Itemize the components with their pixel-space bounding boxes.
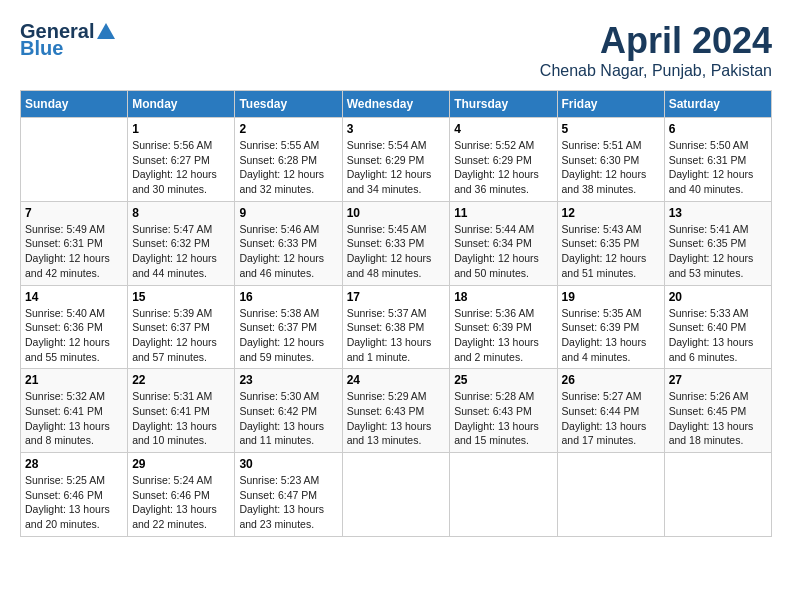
day-number: 23 xyxy=(239,373,337,387)
logo-blue: Blue xyxy=(20,37,63,60)
calendar-cell xyxy=(342,453,450,537)
calendar-cell: 14Sunrise: 5:40 AMSunset: 6:36 PMDayligh… xyxy=(21,285,128,369)
day-number: 10 xyxy=(347,206,446,220)
cell-info: Sunrise: 5:23 AMSunset: 6:47 PMDaylight:… xyxy=(239,473,337,532)
calendar: SundayMondayTuesdayWednesdayThursdayFrid… xyxy=(20,90,772,537)
day-number: 12 xyxy=(562,206,660,220)
calendar-cell: 4Sunrise: 5:52 AMSunset: 6:29 PMDaylight… xyxy=(450,118,557,202)
cell-info: Sunrise: 5:45 AMSunset: 6:33 PMDaylight:… xyxy=(347,222,446,281)
column-header-thursday: Thursday xyxy=(450,91,557,118)
cell-info: Sunrise: 5:56 AMSunset: 6:27 PMDaylight:… xyxy=(132,138,230,197)
calendar-cell: 26Sunrise: 5:27 AMSunset: 6:44 PMDayligh… xyxy=(557,369,664,453)
day-number: 1 xyxy=(132,122,230,136)
calendar-cell: 19Sunrise: 5:35 AMSunset: 6:39 PMDayligh… xyxy=(557,285,664,369)
cell-info: Sunrise: 5:29 AMSunset: 6:43 PMDaylight:… xyxy=(347,389,446,448)
calendar-cell: 25Sunrise: 5:28 AMSunset: 6:43 PMDayligh… xyxy=(450,369,557,453)
cell-info: Sunrise: 5:51 AMSunset: 6:30 PMDaylight:… xyxy=(562,138,660,197)
calendar-cell: 9Sunrise: 5:46 AMSunset: 6:33 PMDaylight… xyxy=(235,201,342,285)
header: General Blue April 2024 Chenab Nagar, Pu… xyxy=(20,20,772,80)
day-number: 7 xyxy=(25,206,123,220)
day-number: 2 xyxy=(239,122,337,136)
week-row-1: 1Sunrise: 5:56 AMSunset: 6:27 PMDaylight… xyxy=(21,118,772,202)
calendar-cell: 7Sunrise: 5:49 AMSunset: 6:31 PMDaylight… xyxy=(21,201,128,285)
column-header-tuesday: Tuesday xyxy=(235,91,342,118)
calendar-cell: 22Sunrise: 5:31 AMSunset: 6:41 PMDayligh… xyxy=(128,369,235,453)
week-row-4: 21Sunrise: 5:32 AMSunset: 6:41 PMDayligh… xyxy=(21,369,772,453)
cell-info: Sunrise: 5:26 AMSunset: 6:45 PMDaylight:… xyxy=(669,389,767,448)
cell-info: Sunrise: 5:44 AMSunset: 6:34 PMDaylight:… xyxy=(454,222,552,281)
day-number: 18 xyxy=(454,290,552,304)
column-header-friday: Friday xyxy=(557,91,664,118)
day-number: 29 xyxy=(132,457,230,471)
day-number: 6 xyxy=(669,122,767,136)
day-number: 4 xyxy=(454,122,552,136)
calendar-cell: 2Sunrise: 5:55 AMSunset: 6:28 PMDaylight… xyxy=(235,118,342,202)
calendar-cell: 21Sunrise: 5:32 AMSunset: 6:41 PMDayligh… xyxy=(21,369,128,453)
svg-marker-0 xyxy=(97,23,115,39)
logo-icon xyxy=(95,21,117,43)
cell-info: Sunrise: 5:32 AMSunset: 6:41 PMDaylight:… xyxy=(25,389,123,448)
cell-info: Sunrise: 5:41 AMSunset: 6:35 PMDaylight:… xyxy=(669,222,767,281)
day-number: 14 xyxy=(25,290,123,304)
title-area: April 2024 Chenab Nagar, Punjab, Pakista… xyxy=(540,20,772,80)
cell-info: Sunrise: 5:36 AMSunset: 6:39 PMDaylight:… xyxy=(454,306,552,365)
calendar-cell: 12Sunrise: 5:43 AMSunset: 6:35 PMDayligh… xyxy=(557,201,664,285)
column-header-monday: Monday xyxy=(128,91,235,118)
calendar-cell: 3Sunrise: 5:54 AMSunset: 6:29 PMDaylight… xyxy=(342,118,450,202)
day-number: 25 xyxy=(454,373,552,387)
day-number: 26 xyxy=(562,373,660,387)
day-number: 17 xyxy=(347,290,446,304)
subtitle: Chenab Nagar, Punjab, Pakistan xyxy=(540,62,772,80)
calendar-cell xyxy=(664,453,771,537)
calendar-cell: 18Sunrise: 5:36 AMSunset: 6:39 PMDayligh… xyxy=(450,285,557,369)
day-number: 21 xyxy=(25,373,123,387)
day-number: 22 xyxy=(132,373,230,387)
week-row-3: 14Sunrise: 5:40 AMSunset: 6:36 PMDayligh… xyxy=(21,285,772,369)
day-number: 20 xyxy=(669,290,767,304)
day-number: 13 xyxy=(669,206,767,220)
calendar-cell: 1Sunrise: 5:56 AMSunset: 6:27 PMDaylight… xyxy=(128,118,235,202)
calendar-cell: 8Sunrise: 5:47 AMSunset: 6:32 PMDaylight… xyxy=(128,201,235,285)
day-number: 28 xyxy=(25,457,123,471)
column-header-saturday: Saturday xyxy=(664,91,771,118)
calendar-cell: 24Sunrise: 5:29 AMSunset: 6:43 PMDayligh… xyxy=(342,369,450,453)
calendar-cell: 5Sunrise: 5:51 AMSunset: 6:30 PMDaylight… xyxy=(557,118,664,202)
cell-info: Sunrise: 5:39 AMSunset: 6:37 PMDaylight:… xyxy=(132,306,230,365)
column-header-wednesday: Wednesday xyxy=(342,91,450,118)
day-number: 9 xyxy=(239,206,337,220)
day-number: 8 xyxy=(132,206,230,220)
cell-info: Sunrise: 5:35 AMSunset: 6:39 PMDaylight:… xyxy=(562,306,660,365)
cell-info: Sunrise: 5:33 AMSunset: 6:40 PMDaylight:… xyxy=(669,306,767,365)
cell-info: Sunrise: 5:37 AMSunset: 6:38 PMDaylight:… xyxy=(347,306,446,365)
cell-info: Sunrise: 5:47 AMSunset: 6:32 PMDaylight:… xyxy=(132,222,230,281)
calendar-cell: 17Sunrise: 5:37 AMSunset: 6:38 PMDayligh… xyxy=(342,285,450,369)
day-number: 3 xyxy=(347,122,446,136)
cell-info: Sunrise: 5:28 AMSunset: 6:43 PMDaylight:… xyxy=(454,389,552,448)
cell-info: Sunrise: 5:49 AMSunset: 6:31 PMDaylight:… xyxy=(25,222,123,281)
cell-info: Sunrise: 5:30 AMSunset: 6:42 PMDaylight:… xyxy=(239,389,337,448)
logo: General Blue xyxy=(20,20,117,60)
calendar-cell: 20Sunrise: 5:33 AMSunset: 6:40 PMDayligh… xyxy=(664,285,771,369)
calendar-cell: 29Sunrise: 5:24 AMSunset: 6:46 PMDayligh… xyxy=(128,453,235,537)
week-row-5: 28Sunrise: 5:25 AMSunset: 6:46 PMDayligh… xyxy=(21,453,772,537)
cell-info: Sunrise: 5:52 AMSunset: 6:29 PMDaylight:… xyxy=(454,138,552,197)
calendar-cell: 30Sunrise: 5:23 AMSunset: 6:47 PMDayligh… xyxy=(235,453,342,537)
calendar-cell: 6Sunrise: 5:50 AMSunset: 6:31 PMDaylight… xyxy=(664,118,771,202)
cell-info: Sunrise: 5:46 AMSunset: 6:33 PMDaylight:… xyxy=(239,222,337,281)
day-number: 5 xyxy=(562,122,660,136)
cell-info: Sunrise: 5:31 AMSunset: 6:41 PMDaylight:… xyxy=(132,389,230,448)
day-number: 11 xyxy=(454,206,552,220)
week-row-2: 7Sunrise: 5:49 AMSunset: 6:31 PMDaylight… xyxy=(21,201,772,285)
cell-info: Sunrise: 5:55 AMSunset: 6:28 PMDaylight:… xyxy=(239,138,337,197)
calendar-cell: 28Sunrise: 5:25 AMSunset: 6:46 PMDayligh… xyxy=(21,453,128,537)
main-title: April 2024 xyxy=(540,20,772,62)
calendar-cell: 23Sunrise: 5:30 AMSunset: 6:42 PMDayligh… xyxy=(235,369,342,453)
calendar-cell: 13Sunrise: 5:41 AMSunset: 6:35 PMDayligh… xyxy=(664,201,771,285)
cell-info: Sunrise: 5:50 AMSunset: 6:31 PMDaylight:… xyxy=(669,138,767,197)
day-number: 15 xyxy=(132,290,230,304)
cell-info: Sunrise: 5:24 AMSunset: 6:46 PMDaylight:… xyxy=(132,473,230,532)
calendar-cell: 16Sunrise: 5:38 AMSunset: 6:37 PMDayligh… xyxy=(235,285,342,369)
cell-info: Sunrise: 5:27 AMSunset: 6:44 PMDaylight:… xyxy=(562,389,660,448)
day-number: 27 xyxy=(669,373,767,387)
cell-info: Sunrise: 5:43 AMSunset: 6:35 PMDaylight:… xyxy=(562,222,660,281)
